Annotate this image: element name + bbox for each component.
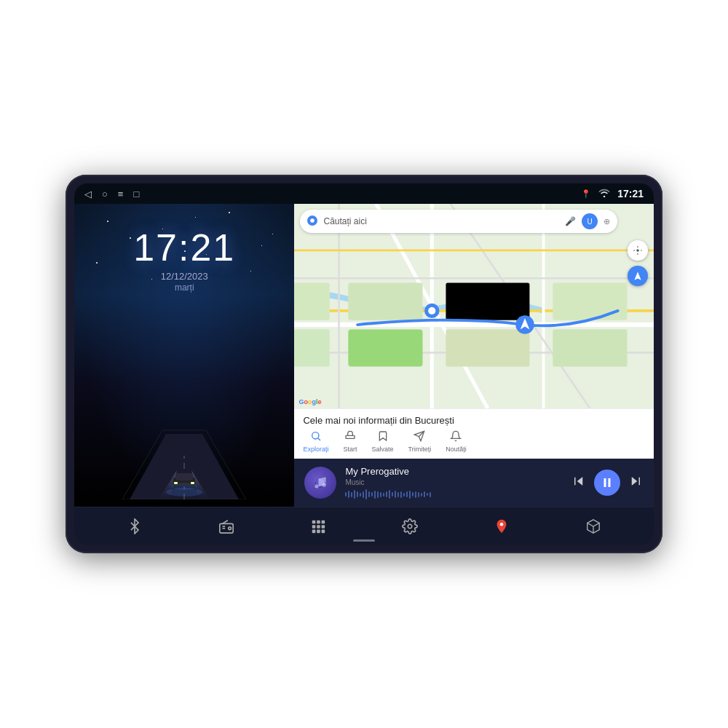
svg-rect-55 [317, 520, 320, 523]
svg-rect-22 [294, 283, 330, 320]
tab-start[interactable]: Start [343, 430, 357, 453]
menu-icon[interactable]: ≡ [118, 189, 124, 199]
dock-bluetooth[interactable] [127, 518, 143, 534]
home-icon[interactable]: ○ [102, 189, 108, 199]
svg-marker-44 [577, 477, 583, 486]
svg-rect-24 [446, 283, 530, 320]
dock-radio[interactable] [218, 518, 234, 534]
svg-rect-60 [312, 529, 316, 533]
svg-point-63 [408, 524, 412, 529]
svg-point-35 [311, 218, 315, 223]
bottom-dock [74, 507, 654, 545]
map-section[interactable]: Căutați aici 🎤 U ⊕ [294, 204, 654, 408]
tab-explorați[interactable]: Explorați [303, 430, 328, 453]
clock-day: marți [175, 282, 194, 293]
status-time: 17:21 [617, 188, 644, 199]
tab-salvate-label: Salvate [372, 446, 394, 453]
car-scene [82, 293, 287, 499]
svg-rect-39 [346, 435, 355, 438]
tab-trimiteți[interactable]: Trimiteți [408, 430, 432, 453]
vinyl-rings [304, 467, 336, 499]
music-album-art [304, 467, 336, 499]
google-logo: Google [298, 398, 321, 405]
explorați-icon [310, 430, 322, 444]
music-controls [571, 470, 644, 496]
svg-point-36 [636, 249, 639, 252]
location-icon: 📍 [581, 189, 591, 199]
trimiteți-icon [414, 430, 425, 444]
svg-rect-62 [322, 529, 325, 533]
svg-rect-26 [294, 329, 330, 366]
svg-point-10 [166, 488, 202, 496]
map-location-btn[interactable] [628, 240, 648, 261]
map-user-avatar[interactable]: U [582, 213, 598, 229]
svg-rect-6 [175, 473, 193, 480]
nav-controls: ◁ ○ ≡ □ [84, 189, 139, 199]
svg-rect-47 [609, 478, 611, 487]
svg-rect-54 [312, 520, 316, 523]
map-search-bar[interactable]: Căutați aici 🎤 U ⊕ [300, 210, 617, 233]
dock-settings[interactable] [402, 518, 418, 534]
home-indicator [353, 539, 375, 542]
device-frame: ◁ ○ ≡ □ 📍 17:21 [66, 175, 662, 553]
dock-maps[interactable] [494, 518, 510, 534]
tab-salvate[interactable]: Salvate [372, 430, 394, 453]
prev-button[interactable] [571, 473, 587, 492]
svg-rect-27 [446, 329, 530, 366]
back-icon[interactable]: ◁ [84, 189, 92, 199]
svg-rect-57 [312, 525, 316, 529]
device-screen: ◁ ○ ≡ □ 📍 17:21 [74, 183, 654, 545]
svg-point-51 [229, 526, 232, 529]
map-mic-icon[interactable]: 🎤 [565, 216, 576, 226]
music-info: My Prerogative Music [345, 466, 562, 499]
salvate-icon [377, 430, 389, 444]
recent-icon[interactable]: □ [133, 189, 139, 199]
svg-rect-25 [553, 283, 628, 320]
svg-rect-46 [604, 478, 606, 487]
wifi-icon [598, 189, 610, 199]
noutăți-icon [450, 430, 462, 444]
svg-rect-61 [317, 529, 320, 533]
svg-rect-28 [553, 329, 628, 366]
start-icon [344, 430, 356, 444]
clock-date: 12/12/2023 [161, 271, 208, 282]
music-title: My Prerogative [345, 466, 562, 477]
main-content: 17:21 12/12/2023 marți [74, 204, 654, 507]
tab-start-label: Start [343, 446, 357, 453]
status-bar: ◁ ○ ≡ □ 📍 17:21 [74, 183, 654, 204]
music-player: My Prerogative Music [294, 459, 654, 507]
music-subtitle: Music [345, 478, 562, 486]
svg-rect-56 [322, 520, 325, 523]
map-layers-icon[interactable]: ⊕ [604, 217, 610, 226]
tab-explorați-label: Explorați [303, 446, 328, 453]
map-logo-icon [307, 215, 317, 228]
svg-line-38 [318, 438, 320, 440]
map-info-bar: Cele mai noi informații din București Ex… [294, 408, 654, 459]
svg-rect-29 [349, 329, 423, 366]
right-panel: Căutați aici 🎤 U ⊕ [294, 204, 654, 507]
svg-marker-48 [632, 477, 638, 486]
left-panel: 17:21 12/12/2023 marți [74, 204, 294, 507]
svg-point-31 [429, 307, 436, 314]
map-info-title: Cele mai noi informații din București [303, 415, 645, 426]
map-search-placeholder[interactable]: Căutați aici [323, 216, 559, 226]
next-button[interactable] [628, 473, 644, 492]
map-canvas [294, 204, 654, 408]
tab-noutăți[interactable]: Noutăți [446, 430, 467, 453]
svg-rect-58 [317, 525, 320, 529]
svg-rect-59 [322, 525, 325, 529]
tab-noutăți-label: Noutăți [446, 446, 467, 453]
clock-time: 17:21 [133, 226, 235, 269]
tab-trimiteți-label: Trimiteți [408, 446, 432, 453]
status-right: 📍 17:21 [581, 188, 644, 199]
map-navigate-btn[interactable] [628, 266, 648, 286]
svg-rect-23 [349, 283, 423, 320]
svg-point-37 [312, 432, 319, 439]
car-road-svg [100, 405, 268, 499]
play-pause-button[interactable] [594, 470, 620, 496]
music-waveform [345, 489, 562, 499]
svg-point-64 [500, 522, 504, 526]
map-nav-tabs: Explorați Start Salvate [303, 430, 645, 453]
dock-yandex[interactable] [585, 518, 601, 534]
dock-apps[interactable] [310, 518, 326, 534]
